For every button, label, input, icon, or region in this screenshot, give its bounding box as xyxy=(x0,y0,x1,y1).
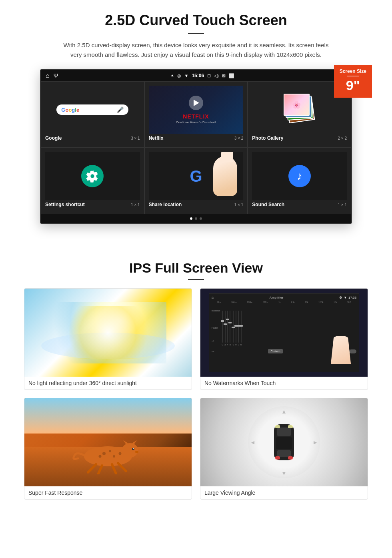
camera-icon: ⊡ xyxy=(207,73,211,78)
svg-point-5 xyxy=(133,448,134,449)
eq-bar-7: 0 xyxy=(238,311,239,346)
netflix-app-cell[interactable]: NETFLIX Continue Marvel's Daredevil Netf… xyxy=(144,81,248,148)
amp-volume-icon: ◁) xyxy=(212,340,220,342)
section-separator xyxy=(20,244,372,244)
sunlight-glow xyxy=(50,302,167,363)
section2-divider xyxy=(188,279,204,280)
netflix-widget: NETFLIX Continue Marvel's Daredevil xyxy=(149,86,244,134)
netflix-app-name: Netflix xyxy=(149,135,164,141)
svg-rect-20 xyxy=(275,425,280,428)
eq-bar-8: 0 xyxy=(240,311,242,346)
sky-bg xyxy=(24,398,192,434)
amp-eq-labels: 60hz 100hz 200hz 500hz 1k 2.5k 10k 12.5k… xyxy=(212,301,356,303)
netflix-brand: NETFLIX xyxy=(183,113,209,120)
status-bar-left: ⌂ Ψ xyxy=(46,72,58,79)
eq-bar-2: 3 xyxy=(224,311,226,346)
netflix-label-row: Netflix 3 × 2 xyxy=(149,134,244,143)
arrow-right: ► xyxy=(312,439,318,446)
amp-bars: 0 3 xyxy=(222,306,242,346)
netflix-play-button[interactable] xyxy=(189,96,203,110)
amp-label-balance: 60hz xyxy=(217,301,221,303)
amp-back-icon: << xyxy=(212,350,214,353)
loudness-toggle-pill[interactable] xyxy=(349,349,356,353)
feature-watermarks: ⌂ Amplifier ⚙ ▼ 17:33 60hz 100hz 200hz xyxy=(200,288,368,390)
window-icon: ⬜ xyxy=(229,73,234,78)
photo-gallery-bg: 🌸 xyxy=(252,86,347,134)
eq-bar-6: 0 xyxy=(235,311,236,346)
amp-label-fader: 100hz xyxy=(231,301,237,303)
amp-hand-overlay xyxy=(331,336,351,364)
netflix-subtitle: Continue Marvel's Daredevil xyxy=(176,120,216,124)
sound-search-cell[interactable]: ♪ Sound Search 1 × 1 xyxy=(248,148,351,214)
curved-screen-section: 2.5D Curved Touch Screen With 2.5D curve… xyxy=(0,0,392,232)
feature-grid: No light reflecting under 360° direct su… xyxy=(24,288,368,500)
badge-title: Screen Size xyxy=(340,68,366,74)
gear-icon xyxy=(86,170,99,183)
section1-description: With 2.5D curved-display screen, this de… xyxy=(60,40,332,60)
wifi-icon: ▼ xyxy=(184,73,189,78)
status-time: 15:06 xyxy=(192,73,204,78)
cheetah-image xyxy=(24,398,192,486)
status-bar-center: ✶ ◎ ▼ 15:06 ⊡ ◁) ⊠ ⬜ xyxy=(58,73,346,78)
hand-gesture xyxy=(207,152,243,200)
settings-app-cell[interactable]: Settings shortcut 1 × 1 xyxy=(41,148,144,214)
svg-point-11 xyxy=(119,452,122,455)
page-dot-1 xyxy=(190,217,192,220)
settings-app-name: Settings shortcut xyxy=(45,202,85,207)
music-icon-circle: ♪ xyxy=(288,165,311,187)
feature-fast-response-caption: Super Fast Response xyxy=(24,486,192,499)
share-location-widget: G xyxy=(149,152,244,200)
amp-time: 17:33 xyxy=(348,296,356,299)
sound-search-app-name: Sound Search xyxy=(252,202,284,207)
netflix-app-size: 3 × 2 xyxy=(234,136,244,141)
usb-icon: Ψ xyxy=(54,72,58,79)
car-top-view-svg xyxy=(272,420,296,464)
home-icon: ⌂ xyxy=(46,72,50,79)
page-indicator xyxy=(41,214,351,223)
svg-point-9 xyxy=(99,455,102,458)
settings-app-size: 1 × 1 xyxy=(131,203,140,207)
google-search-bar[interactable]: Google 🎤 xyxy=(56,104,128,115)
screen-size-badge: Screen Size 9" xyxy=(334,65,372,98)
photo-stack: 🌸 xyxy=(284,94,316,126)
google-app-size: 3 × 1 xyxy=(131,136,140,141)
google-maps-icon: G xyxy=(190,167,202,185)
x-box-icon: ⊠ xyxy=(222,73,226,78)
microphone-icon[interactable]: 🎤 xyxy=(117,106,124,113)
feature-sunlight: No light reflecting under 360° direct su… xyxy=(24,288,192,390)
svg-rect-21 xyxy=(288,425,293,428)
photo-gallery-label-row: Photo Gallery 2 × 2 xyxy=(252,134,347,143)
svg-rect-19 xyxy=(277,450,291,457)
feature-viewing-angle: ▲ ▼ ◄ ► xyxy=(200,398,368,500)
svg-rect-17 xyxy=(277,428,291,436)
amp-wifi-icon: ▼ xyxy=(344,296,347,299)
amp-title: Amplifier xyxy=(270,296,284,299)
android-screen: ⌂ Ψ ✶ ◎ ▼ 15:06 ⊡ ◁) ⊠ ⬜ xyxy=(40,69,352,224)
settings-bg xyxy=(45,152,140,200)
svg-rect-22 xyxy=(275,456,280,460)
svg-rect-18 xyxy=(276,437,292,449)
watermarks-image: ⌂ Amplifier ⚙ ▼ 17:33 60hz 100hz 200hz xyxy=(200,289,368,377)
section1-divider xyxy=(188,33,204,34)
amplifier-header: ⌂ Amplifier ⚙ ▼ 17:33 xyxy=(212,296,356,299)
ips-screen-section: IPS Full Screen View No light reflecting… xyxy=(0,256,392,512)
app-grid: Google 🎤 Google 3 × 1 xyxy=(41,81,351,214)
svg-point-7 xyxy=(102,452,106,455)
google-app-cell[interactable]: Google 🎤 Google 3 × 1 xyxy=(41,81,144,148)
svg-point-1 xyxy=(122,443,138,458)
share-location-cell[interactable]: G xyxy=(144,148,248,214)
arrow-bottom: ▼ xyxy=(281,470,287,476)
amp-custom-button[interactable]: Custom xyxy=(268,349,282,353)
amp-balance-label: Balance xyxy=(212,309,220,312)
svg-point-10 xyxy=(113,455,115,458)
sound-search-widget: ♪ xyxy=(252,152,347,200)
cheetah-svg xyxy=(68,434,148,474)
share-location-app-size: 1 × 1 xyxy=(234,203,244,207)
google-app-name: Google xyxy=(45,135,62,141)
location-icon: ◎ xyxy=(177,73,181,78)
amp-status-icons: ⚙ ▼ 17:33 xyxy=(339,296,356,299)
sunlight-image xyxy=(24,289,192,377)
status-bar: ⌂ Ψ ✶ ◎ ▼ 15:06 ⊡ ◁) ⊠ ⬜ xyxy=(41,70,351,81)
photo-gallery-app-size: 2 × 2 xyxy=(338,136,347,141)
arrow-top: ▲ xyxy=(281,408,287,415)
